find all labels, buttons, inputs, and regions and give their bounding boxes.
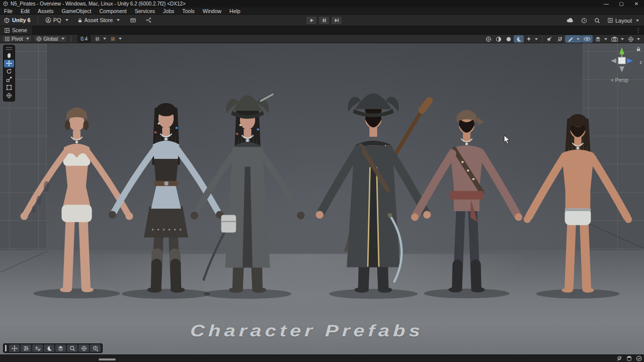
overlay-tool-settings-button[interactable]: [21, 344, 31, 352]
view-hand-tool-button[interactable]: [4, 52, 14, 59]
scene-tab-icon: [4, 28, 10, 33]
down-axis-cone[interactable]: [619, 66, 624, 72]
tab-more-menu[interactable]: ⋮: [635, 27, 641, 34]
z-axis-label: z: [640, 60, 642, 65]
unity-logo-icon: [4, 18, 10, 23]
menu-item-component[interactable]: Component: [95, 8, 130, 14]
undo-history-icon[interactable]: [581, 18, 587, 24]
play-button[interactable]: [306, 16, 317, 25]
menu-item-gameobject[interactable]: GameObject: [58, 8, 96, 14]
menu-item-help[interactable]: Help: [225, 8, 245, 14]
tool-handle-rotation-dropdown[interactable]: Global: [34, 35, 67, 42]
menu-item-services[interactable]: Services: [131, 8, 159, 14]
scene-visibility-toggle[interactable]: [582, 35, 593, 43]
status-progress-handle[interactable]: [99, 358, 116, 360]
menu-item-tools[interactable]: Tools: [178, 8, 199, 14]
lighting-icon: [506, 36, 512, 42]
x-axis-cone[interactable]: [611, 58, 616, 63]
chevron-down-icon: [621, 38, 624, 40]
chevron-down-icon: [26, 38, 29, 40]
cache-server-status-icon[interactable]: [626, 355, 632, 361]
half-circle-icon: [496, 36, 502, 42]
overlay-tools-button[interactable]: [9, 344, 20, 352]
post-processing-toggle-button[interactable]: [514, 35, 524, 43]
gizmo-sphere-icon: [628, 36, 634, 42]
lighting-toggle-button[interactable]: [504, 35, 514, 43]
account-icon: [45, 17, 51, 23]
perspective-label[interactable]: < Persp: [611, 77, 628, 83]
move-tool-button[interactable]: [4, 60, 14, 67]
eye-icon: [584, 36, 591, 42]
code-ok-status-icon[interactable]: [636, 355, 642, 361]
rect-tool-button[interactable]: [4, 84, 14, 92]
overlay-visibility-dropdown[interactable]: [565, 35, 582, 43]
grid-snap-dropdown[interactable]: [93, 35, 108, 43]
package-manager-icon[interactable]: [130, 17, 136, 23]
debug-view-button[interactable]: [494, 35, 504, 43]
overlay-prefab-button[interactable]: [90, 344, 101, 352]
overlay-drag-handle[interactable]: [5, 345, 7, 351]
audio-muted-icon: [546, 36, 553, 42]
menu-item-jobs[interactable]: Jobs: [159, 8, 178, 14]
draw-mode-button[interactable]: [484, 35, 494, 43]
scene-orientation-gizmo[interactable]: z < Persp: [609, 46, 641, 83]
gizmo-lock-icon[interactable]: [636, 46, 641, 52]
version-control-icon[interactable]: [145, 17, 152, 23]
overlay-search-button[interactable]: [67, 344, 77, 352]
overlay-view-options-button[interactable]: [44, 344, 54, 352]
gizmo-center-cube[interactable]: [618, 57, 625, 64]
tool-handle-position-dropdown[interactable]: Pivot: [2, 35, 32, 42]
unity-editor-window: N5_Pirates - Overview - Windows, Mac, Li…: [0, 0, 644, 362]
grid-visibility-dropdown[interactable]: [108, 35, 124, 43]
pause-button[interactable]: [318, 16, 330, 25]
asset-store-dropdown[interactable]: Asset Store: [77, 17, 120, 23]
search-icon[interactable]: [594, 18, 600, 24]
unity-app-icon: [3, 2, 8, 7]
scale-tool-button[interactable]: [4, 76, 14, 83]
rotate-tool-button[interactable]: [4, 68, 14, 75]
maximize-button[interactable]: ▢: [614, 0, 629, 8]
transform-tool-button[interactable]: [4, 92, 14, 100]
audio-mute-button[interactable]: [544, 35, 555, 43]
camera-icon: [611, 36, 618, 42]
tab-bar: Scene ⋮: [0, 26, 644, 35]
overlay-grid-snap-button[interactable]: [32, 344, 43, 352]
chevron-down-icon: [103, 38, 106, 40]
menu-item-file[interactable]: File: [0, 8, 17, 14]
globe-icon: [36, 36, 42, 42]
step-button[interactable]: [331, 16, 342, 25]
overlay-drag-handle[interactable]: [6, 47, 12, 50]
z-axis-cone[interactable]: [627, 58, 633, 63]
menu-item-edit[interactable]: Edit: [17, 8, 34, 14]
layout-grid-icon: [607, 18, 613, 23]
account-dropdown[interactable]: PQ: [45, 17, 68, 23]
effects-dropdown-button[interactable]: [524, 35, 540, 43]
chevron-down-icon: [604, 38, 607, 40]
gizmos-dropdown[interactable]: [626, 35, 642, 43]
visibility-brush-icon: [567, 36, 574, 42]
cloud-icon[interactable]: [567, 18, 574, 23]
overlay-transform-button[interactable]: [78, 344, 89, 352]
crescent-icon: [516, 36, 522, 42]
menu-item-assets[interactable]: Assets: [34, 8, 58, 14]
tab-scene[interactable]: Scene: [0, 26, 32, 34]
y-axis-cone[interactable]: [619, 47, 624, 54]
layout-dropdown[interactable]: Layout: [607, 18, 639, 24]
minimize-button[interactable]: —: [599, 0, 614, 8]
character-male-pirate-deckhand[interactable]: [403, 77, 531, 302]
scene-lighting-off-button[interactable]: [555, 35, 565, 43]
scene-viewport[interactable]: Character Prefabs: [0, 43, 644, 354]
menu-item-window[interactable]: Window: [199, 8, 225, 14]
unity-version-badge: Unity 6: [4, 17, 31, 23]
character-female-pirate-captain[interactable]: [182, 72, 313, 303]
close-button[interactable]: ✕: [629, 0, 644, 8]
grid-size-field[interactable]: 0.4: [77, 35, 91, 42]
menu-bar: File Edit Assets GameObject Component Se…: [0, 8, 644, 15]
tools-overlay: [3, 45, 15, 102]
character-male-base-body[interactable]: [515, 83, 640, 302]
ground-text-label: Character Prefabs: [140, 321, 473, 340]
camera-dropdown[interactable]: [609, 35, 626, 43]
lighting-off-status-icon[interactable]: [616, 355, 622, 361]
layers-dropdown[interactable]: [593, 35, 609, 43]
overlay-scene-visibility-button[interactable]: [55, 344, 66, 352]
